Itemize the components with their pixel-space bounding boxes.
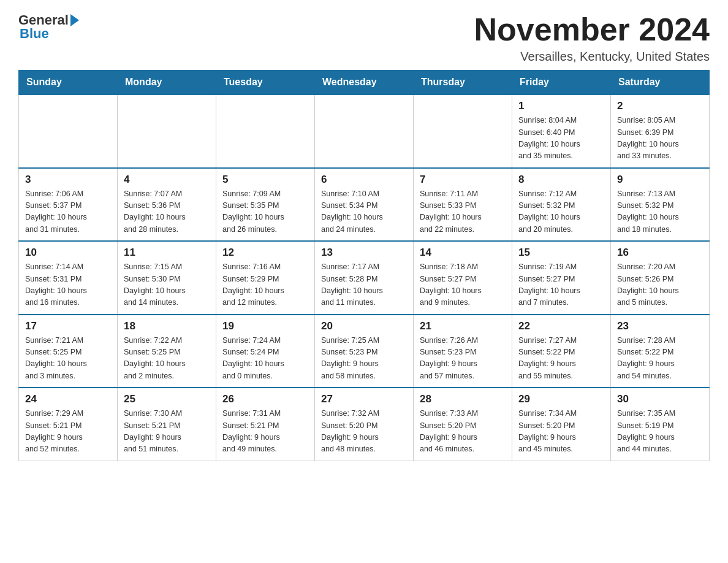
calendar-cell: 30Sunrise: 7:35 AMSunset: 5:19 PMDayligh… bbox=[611, 388, 710, 461]
day-info: Sunrise: 7:33 AMSunset: 5:20 PMDaylight:… bbox=[420, 408, 506, 456]
day-number: 26 bbox=[222, 393, 308, 405]
calendar-cell: 4Sunrise: 7:07 AMSunset: 5:36 PMDaylight… bbox=[118, 168, 216, 242]
day-number: 6 bbox=[321, 174, 407, 186]
day-number: 22 bbox=[518, 320, 604, 332]
header-friday: Friday bbox=[512, 71, 611, 95]
day-info: Sunrise: 7:22 AMSunset: 5:25 PMDaylight:… bbox=[124, 335, 210, 383]
logo-blue-text: Blue bbox=[20, 26, 49, 42]
calendar-cell: 16Sunrise: 7:20 AMSunset: 5:26 PMDayligh… bbox=[611, 241, 710, 315]
day-number: 1 bbox=[518, 100, 604, 112]
day-number: 11 bbox=[124, 247, 210, 259]
calendar-cell: 27Sunrise: 7:32 AMSunset: 5:20 PMDayligh… bbox=[315, 388, 414, 461]
header-tuesday: Tuesday bbox=[216, 71, 315, 95]
day-number: 21 bbox=[420, 320, 506, 332]
day-info: Sunrise: 7:11 AMSunset: 5:33 PMDaylight:… bbox=[420, 188, 506, 236]
day-info: Sunrise: 7:27 AMSunset: 5:22 PMDaylight:… bbox=[518, 335, 604, 383]
page-header: General Blue November 2024 Versailles, K… bbox=[18, 12, 710, 64]
header-sunday: Sunday bbox=[19, 71, 118, 95]
day-number: 2 bbox=[617, 100, 703, 112]
calendar-week-4: 17Sunrise: 7:21 AMSunset: 5:25 PMDayligh… bbox=[19, 315, 710, 388]
calendar-cell: 28Sunrise: 7:33 AMSunset: 5:20 PMDayligh… bbox=[414, 388, 512, 461]
calendar-week-3: 10Sunrise: 7:14 AMSunset: 5:31 PMDayligh… bbox=[19, 241, 710, 315]
day-info: Sunrise: 7:26 AMSunset: 5:23 PMDaylight:… bbox=[420, 335, 506, 383]
header-monday: Monday bbox=[118, 71, 216, 95]
header-saturday: Saturday bbox=[611, 71, 710, 95]
calendar-cell: 25Sunrise: 7:30 AMSunset: 5:21 PMDayligh… bbox=[118, 388, 216, 461]
calendar-cell bbox=[19, 94, 118, 168]
day-info: Sunrise: 7:21 AMSunset: 5:25 PMDaylight:… bbox=[25, 335, 111, 383]
calendar-week-2: 3Sunrise: 7:06 AMSunset: 5:37 PMDaylight… bbox=[19, 168, 710, 242]
day-info: Sunrise: 7:28 AMSunset: 5:22 PMDaylight:… bbox=[617, 335, 703, 383]
calendar-cell: 6Sunrise: 7:10 AMSunset: 5:34 PMDaylight… bbox=[315, 168, 414, 242]
calendar-cell: 11Sunrise: 7:15 AMSunset: 5:30 PMDayligh… bbox=[118, 241, 216, 315]
month-title: November 2024 bbox=[474, 12, 710, 47]
day-info: Sunrise: 7:19 AMSunset: 5:27 PMDaylight:… bbox=[518, 261, 604, 309]
location-subtitle: Versailles, Kentucky, United States bbox=[474, 50, 710, 64]
day-number: 23 bbox=[617, 320, 703, 332]
header-wednesday: Wednesday bbox=[315, 71, 414, 95]
logo: General Blue bbox=[18, 12, 79, 42]
day-info: Sunrise: 7:13 AMSunset: 5:32 PMDaylight:… bbox=[617, 188, 703, 236]
day-number: 9 bbox=[617, 174, 703, 186]
calendar-cell: 24Sunrise: 7:29 AMSunset: 5:21 PMDayligh… bbox=[19, 388, 118, 461]
day-number: 16 bbox=[617, 247, 703, 259]
day-info: Sunrise: 7:24 AMSunset: 5:24 PMDaylight:… bbox=[222, 335, 308, 383]
calendar-cell: 15Sunrise: 7:19 AMSunset: 5:27 PMDayligh… bbox=[512, 241, 611, 315]
day-number: 28 bbox=[420, 393, 506, 405]
day-number: 14 bbox=[420, 247, 506, 259]
day-number: 10 bbox=[25, 247, 111, 259]
day-info: Sunrise: 7:35 AMSunset: 5:19 PMDaylight:… bbox=[617, 408, 703, 456]
calendar-week-5: 24Sunrise: 7:29 AMSunset: 5:21 PMDayligh… bbox=[19, 388, 710, 461]
calendar-cell: 22Sunrise: 7:27 AMSunset: 5:22 PMDayligh… bbox=[512, 315, 611, 388]
day-number: 3 bbox=[25, 174, 111, 186]
day-number: 19 bbox=[222, 320, 308, 332]
calendar-cell bbox=[216, 94, 315, 168]
day-number: 24 bbox=[25, 393, 111, 405]
day-info: Sunrise: 7:07 AMSunset: 5:36 PMDaylight:… bbox=[124, 188, 210, 236]
day-number: 13 bbox=[321, 247, 407, 259]
calendar-cell: 5Sunrise: 7:09 AMSunset: 5:35 PMDaylight… bbox=[216, 168, 315, 242]
day-number: 5 bbox=[222, 174, 308, 186]
title-area: November 2024 Versailles, Kentucky, Unit… bbox=[474, 12, 710, 64]
day-info: Sunrise: 7:12 AMSunset: 5:32 PMDaylight:… bbox=[518, 188, 604, 236]
header-thursday: Thursday bbox=[414, 71, 512, 95]
day-number: 18 bbox=[124, 320, 210, 332]
weekday-header-row: Sunday Monday Tuesday Wednesday Thursday… bbox=[19, 71, 710, 95]
calendar-cell: 3Sunrise: 7:06 AMSunset: 5:37 PMDaylight… bbox=[19, 168, 118, 242]
calendar-cell: 21Sunrise: 7:26 AMSunset: 5:23 PMDayligh… bbox=[414, 315, 512, 388]
day-info: Sunrise: 7:34 AMSunset: 5:20 PMDaylight:… bbox=[518, 408, 604, 456]
calendar-cell bbox=[118, 94, 216, 168]
calendar-cell: 14Sunrise: 7:18 AMSunset: 5:27 PMDayligh… bbox=[414, 241, 512, 315]
day-info: Sunrise: 7:17 AMSunset: 5:28 PMDaylight:… bbox=[321, 261, 407, 309]
calendar-cell: 19Sunrise: 7:24 AMSunset: 5:24 PMDayligh… bbox=[216, 315, 315, 388]
calendar-cell: 13Sunrise: 7:17 AMSunset: 5:28 PMDayligh… bbox=[315, 241, 414, 315]
day-info: Sunrise: 7:29 AMSunset: 5:21 PMDaylight:… bbox=[25, 408, 111, 456]
day-info: Sunrise: 7:10 AMSunset: 5:34 PMDaylight:… bbox=[321, 188, 407, 236]
calendar-cell: 17Sunrise: 7:21 AMSunset: 5:25 PMDayligh… bbox=[19, 315, 118, 388]
day-info: Sunrise: 7:30 AMSunset: 5:21 PMDaylight:… bbox=[124, 408, 210, 456]
day-info: Sunrise: 7:06 AMSunset: 5:37 PMDaylight:… bbox=[25, 188, 111, 236]
calendar-week-1: 1Sunrise: 8:04 AMSunset: 6:40 PMDaylight… bbox=[19, 94, 710, 168]
day-number: 30 bbox=[617, 393, 703, 405]
day-info: Sunrise: 7:32 AMSunset: 5:20 PMDaylight:… bbox=[321, 408, 407, 456]
calendar-table: Sunday Monday Tuesday Wednesday Thursday… bbox=[18, 70, 710, 461]
day-info: Sunrise: 7:16 AMSunset: 5:29 PMDaylight:… bbox=[222, 261, 308, 309]
calendar-cell bbox=[414, 94, 512, 168]
day-number: 12 bbox=[222, 247, 308, 259]
calendar-cell: 18Sunrise: 7:22 AMSunset: 5:25 PMDayligh… bbox=[118, 315, 216, 388]
day-info: Sunrise: 8:04 AMSunset: 6:40 PMDaylight:… bbox=[518, 115, 604, 163]
calendar-cell: 23Sunrise: 7:28 AMSunset: 5:22 PMDayligh… bbox=[611, 315, 710, 388]
day-info: Sunrise: 7:14 AMSunset: 5:31 PMDaylight:… bbox=[25, 261, 111, 309]
calendar-cell: 7Sunrise: 7:11 AMSunset: 5:33 PMDaylight… bbox=[414, 168, 512, 242]
calendar-cell bbox=[315, 94, 414, 168]
day-info: Sunrise: 7:25 AMSunset: 5:23 PMDaylight:… bbox=[321, 335, 407, 383]
calendar-cell: 8Sunrise: 7:12 AMSunset: 5:32 PMDaylight… bbox=[512, 168, 611, 242]
day-number: 25 bbox=[124, 393, 210, 405]
calendar-cell: 12Sunrise: 7:16 AMSunset: 5:29 PMDayligh… bbox=[216, 241, 315, 315]
calendar-cell: 2Sunrise: 8:05 AMSunset: 6:39 PMDaylight… bbox=[611, 94, 710, 168]
day-number: 7 bbox=[420, 174, 506, 186]
day-number: 27 bbox=[321, 393, 407, 405]
calendar-cell: 9Sunrise: 7:13 AMSunset: 5:32 PMDaylight… bbox=[611, 168, 710, 242]
calendar-cell: 1Sunrise: 8:04 AMSunset: 6:40 PMDaylight… bbox=[512, 94, 611, 168]
calendar-cell: 10Sunrise: 7:14 AMSunset: 5:31 PMDayligh… bbox=[19, 241, 118, 315]
